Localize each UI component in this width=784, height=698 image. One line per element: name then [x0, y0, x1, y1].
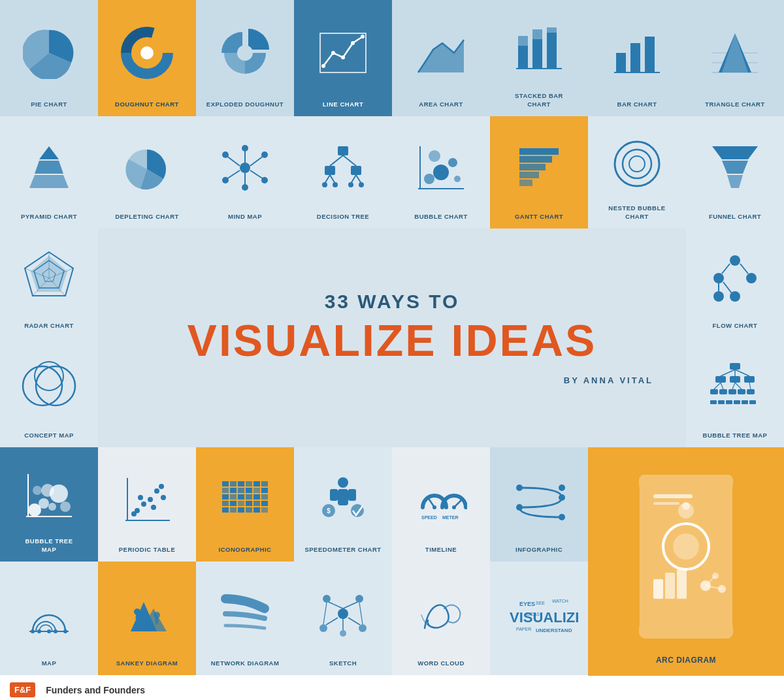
svg-rect-154: [246, 494, 252, 500]
svg-point-135: [138, 495, 143, 500]
svg-point-202: [31, 629, 35, 633]
svg-point-138: [161, 495, 166, 500]
svg-point-131: [141, 501, 146, 507]
svg-rect-14: [532, 39, 542, 69]
center-section: 33 WAYS TO VISUALIZE IDEAS BY ANNA VITAL: [98, 229, 686, 447]
mind-map-label: MIND MAP: [228, 213, 262, 221]
title-line2: VISUALIZE IDEAS: [188, 318, 597, 362]
concept-map-icon: [689, 348, 781, 428]
svg-line-223: [359, 603, 363, 624]
depleting-chart-label: DEPLETING CHART: [115, 213, 179, 221]
arc-diagram-cell: MAP: [0, 562, 98, 675]
svg-rect-150: [261, 488, 268, 493]
depleting-chart-icon: [101, 126, 193, 209]
svg-rect-157: [222, 501, 229, 506]
svg-rect-162: [261, 501, 268, 506]
mind-map-icon: [199, 126, 291, 209]
footer-logo: F&F Funders and Founders: [10, 682, 145, 697]
svg-rect-172: [348, 489, 356, 501]
line-chart-cell: LINE CHART: [294, 0, 392, 116]
svg-rect-144: [261, 481, 268, 486]
network-diagram-label: SKETCH: [329, 659, 357, 667]
svg-rect-98: [730, 376, 740, 383]
periodic-table-icon: [199, 457, 291, 542]
svg-point-179: [452, 505, 456, 509]
svg-point-182: [516, 484, 523, 491]
concept-map-label: BUBBLE TREE MAP: [703, 432, 768, 439]
svg-line-100: [721, 370, 735, 376]
svg-point-8: [341, 56, 345, 59]
svg-rect-163: [222, 507, 229, 513]
svg-marker-30: [29, 175, 69, 188]
arc-diagram-icon: [3, 571, 95, 656]
svg-point-132: [148, 497, 153, 502]
flow-chart-cell: FLOW CHART: [686, 229, 784, 338]
svg-rect-97: [715, 376, 726, 383]
svg-point-216: [340, 630, 346, 637]
svg-rect-17: [547, 27, 557, 33]
gantt-chart-label: GANTT CHART: [515, 213, 563, 221]
bubble-chart-label: BUBBLE CHART: [414, 213, 467, 221]
svg-rect-191: [653, 579, 663, 599]
svg-rect-68: [519, 180, 532, 186]
svg-marker-74: [727, 175, 743, 188]
svg-rect-166: [246, 507, 252, 513]
concept-map-cell: BUBBLE TREE MAP: [686, 338, 784, 448]
flow-chart-icon: [689, 238, 781, 318]
svg-rect-147: [238, 488, 244, 493]
svg-rect-19: [616, 53, 626, 72]
svg-line-45: [330, 155, 343, 166]
svg-point-39: [242, 184, 248, 191]
sankey-diagram-cell: NETWORK DIAGRAM: [196, 562, 294, 675]
doughnut-chart-icon: [101, 10, 193, 97]
stacked-bar-chart-label: STACKED BARCHART: [515, 92, 563, 108]
svg-rect-146: [230, 488, 237, 493]
radar-chart-cell: RADAR CHART: [0, 229, 98, 338]
footer-company-name: Funders and Founders: [46, 685, 145, 695]
svg-rect-13: [518, 36, 528, 46]
svg-text:SPEED: SPEED: [421, 515, 437, 520]
network-diagram-icon: [297, 571, 389, 656]
svg-rect-117: [742, 400, 748, 404]
bar-chart-label: BAR CHART: [617, 101, 657, 108]
svg-line-217: [329, 602, 343, 609]
svg-line-222: [323, 603, 327, 624]
svg-rect-140: [230, 481, 237, 486]
svg-point-200: [682, 502, 690, 510]
svg-rect-152: [230, 494, 237, 500]
line-chart-label: LINE CHART: [323, 101, 364, 108]
infographic-cell: ARC DIAGRAM: [588, 447, 784, 676]
doughnut-chart-label: DOUGHNUT CHART: [115, 101, 179, 108]
svg-line-51: [351, 175, 356, 183]
svg-rect-16: [547, 33, 557, 69]
periodic-table-label: ICONOGRAPHIC: [219, 546, 272, 554]
timeline-label: INFOGRAPHIC: [515, 546, 563, 554]
svg-point-214: [319, 624, 327, 632]
svg-point-190: [673, 533, 699, 560]
svg-point-137: [131, 511, 137, 516]
area-chart-label: AREA CHART: [419, 101, 463, 108]
bubble-chart-icon: [395, 126, 487, 209]
author-text: BY ANNA VITAL: [564, 375, 653, 385]
depleting-chart-cell: DEPLETING CHART: [98, 116, 196, 229]
svg-point-211: [338, 609, 348, 619]
svg-line-108: [714, 383, 721, 389]
svg-point-177: [433, 505, 436, 509]
stacked-bar-chart-cell: STACKED BARCHART: [490, 0, 588, 116]
bubble-tree-map-label: BUBBLE TREEMAP: [25, 537, 73, 554]
svg-rect-160: [246, 501, 252, 506]
svg-point-4: [237, 45, 253, 61]
svg-marker-28: [39, 146, 59, 159]
pie-chart-cell: PIE CHART: [0, 0, 98, 116]
title-line1: 33 WAYS TO: [325, 291, 460, 313]
venn-diagram-label: CONCEPT MAP: [24, 432, 74, 439]
svg-rect-145: [222, 488, 229, 493]
svg-line-92: [722, 264, 730, 274]
radar-chart-label: RADAR CHART: [24, 322, 74, 330]
svg-text:EYES: EYES: [519, 601, 535, 607]
svg-rect-171: [330, 489, 338, 501]
periodic-table-cell: ICONOGRAPHIC: [196, 447, 294, 562]
svg-rect-161: [253, 501, 260, 506]
svg-point-183: [559, 484, 565, 491]
svg-point-56: [359, 182, 364, 187]
